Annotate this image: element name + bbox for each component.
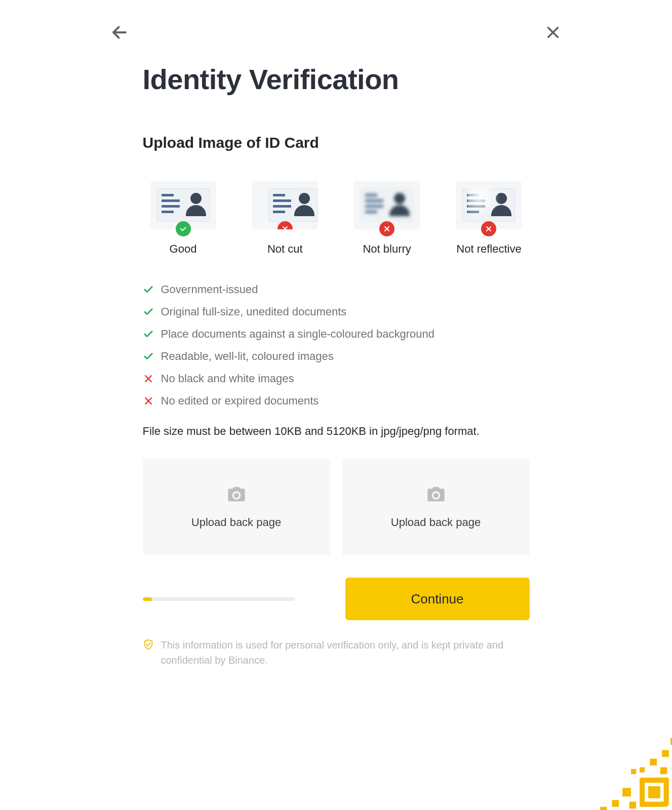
upload-row: Upload back page Upload back page <box>143 458 530 555</box>
requirement-text: Place documents against a single-coloure… <box>161 328 435 341</box>
upload-label: Upload back page <box>191 516 281 529</box>
requirement-item: No edited or expired documents <box>143 394 530 408</box>
camera-icon <box>225 484 248 505</box>
x-icon <box>143 395 154 407</box>
upload-back-box[interactable]: Upload back page <box>342 458 530 555</box>
example-not-blurry: Not blurry <box>346 181 427 256</box>
svg-rect-18 <box>631 769 636 774</box>
requirements-list: Government-issued Original full-size, un… <box>143 283 530 408</box>
id-card-icon <box>361 188 413 222</box>
svg-rect-22 <box>640 767 645 773</box>
close-icon <box>545 24 561 40</box>
requirement-text: Readable, well-lit, coloured images <box>161 350 334 363</box>
requirement-item: Place documents against a single-coloure… <box>143 328 530 341</box>
requirement-item: Readable, well-lit, coloured images <box>143 350 530 363</box>
action-row: Continue <box>143 578 530 620</box>
back-button[interactable] <box>109 22 130 43</box>
content: Identity Verification Upload Image of ID… <box>84 63 588 668</box>
continue-button[interactable]: Continue <box>345 578 530 620</box>
requirement-text: Original full-size, unedited documents <box>161 305 347 318</box>
id-card-icon <box>268 188 318 222</box>
progress-bar <box>143 597 295 601</box>
id-card-icon <box>462 188 515 222</box>
x-badge-icon <box>278 221 293 229</box>
example-card <box>150 181 216 229</box>
upload-front-box[interactable]: Upload back page <box>143 458 330 555</box>
svg-rect-19 <box>650 759 657 766</box>
svg-rect-16 <box>622 788 631 796</box>
svg-rect-23 <box>629 802 637 809</box>
example-not-cut: Not cut <box>245 181 326 256</box>
id-card-icon <box>157 188 210 222</box>
check-icon <box>143 306 154 317</box>
example-label: Not cut <box>267 242 303 256</box>
svg-rect-15 <box>648 786 660 798</box>
example-card <box>354 181 420 229</box>
disclaimer-text: This information is used for personal ve… <box>161 637 526 668</box>
svg-rect-17 <box>612 800 619 807</box>
requirement-text: Government-issued <box>161 283 258 296</box>
id-examples-row: Good Not cut <box>143 181 530 256</box>
page-subtitle: Upload Image of ID Card <box>143 134 530 151</box>
arrow-left-icon <box>110 23 129 42</box>
example-not-reflective: Not reflective <box>448 181 529 256</box>
camera-icon <box>425 484 447 505</box>
requirement-item: No black and white images <box>143 372 530 385</box>
x-icon <box>143 373 154 384</box>
disclaimer: This information is used for personal ve… <box>143 637 530 668</box>
topbar <box>84 0 588 43</box>
progress-fill <box>143 597 152 601</box>
identity-verification-modal: Identity Verification Upload Image of ID… <box>84 0 588 668</box>
svg-rect-24 <box>600 807 607 810</box>
example-card <box>252 181 318 229</box>
svg-rect-20 <box>662 750 669 757</box>
requirement-text: No edited or expired documents <box>161 394 319 408</box>
example-label: Not blurry <box>363 242 411 256</box>
page-title: Identity Verification <box>143 63 530 96</box>
check-icon <box>143 284 154 295</box>
qr-code-corner-icon <box>591 729 672 810</box>
check-badge-icon <box>176 221 191 236</box>
requirement-item: Original full-size, unedited documents <box>143 305 530 318</box>
example-label: Good <box>170 242 197 256</box>
svg-rect-21 <box>660 767 667 775</box>
shield-check-icon <box>143 638 154 653</box>
x-badge-icon <box>379 221 394 236</box>
close-button[interactable] <box>543 22 563 43</box>
upload-label: Upload back page <box>391 516 481 529</box>
check-icon <box>143 351 154 362</box>
example-good: Good <box>143 181 224 256</box>
requirement-item: Government-issued <box>143 283 530 296</box>
check-icon <box>143 329 154 340</box>
requirement-text: No black and white images <box>161 372 294 385</box>
example-label: Not reflective <box>456 242 521 256</box>
filesize-note: File size must be between 10KB and 5120K… <box>143 425 530 438</box>
example-card <box>456 181 522 229</box>
x-badge-icon <box>481 221 496 236</box>
